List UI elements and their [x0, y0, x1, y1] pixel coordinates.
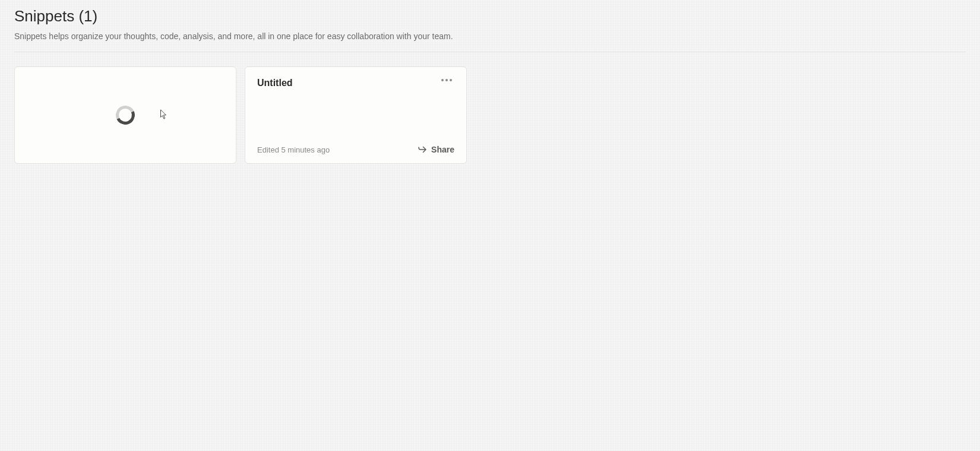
share-button-label: Share: [431, 145, 454, 154]
page-title: Snippets (1): [14, 7, 966, 26]
more-options-button[interactable]: [439, 77, 454, 84]
cards-container: Untitled Edited 5 minutes ago Share: [14, 66, 966, 164]
snippet-card[interactable]: Untitled Edited 5 minutes ago Share: [245, 66, 467, 164]
share-button[interactable]: Share: [417, 144, 454, 155]
snippet-title: Untitled: [257, 78, 293, 88]
loading-spinner-icon: [113, 103, 137, 127]
edited-timestamp: Edited 5 minutes ago: [257, 145, 330, 154]
more-icon: [450, 79, 452, 81]
header-divider: [14, 52, 966, 52]
snippet-card-header: Untitled: [257, 78, 454, 88]
more-icon: [445, 79, 448, 81]
more-icon: [441, 79, 444, 81]
share-icon: [417, 144, 428, 155]
snippet-card-footer: Edited 5 minutes ago Share: [257, 144, 454, 155]
page-subtitle: Snippets helps organize your thoughts, c…: [14, 31, 966, 41]
new-snippet-card[interactable]: [14, 66, 236, 164]
